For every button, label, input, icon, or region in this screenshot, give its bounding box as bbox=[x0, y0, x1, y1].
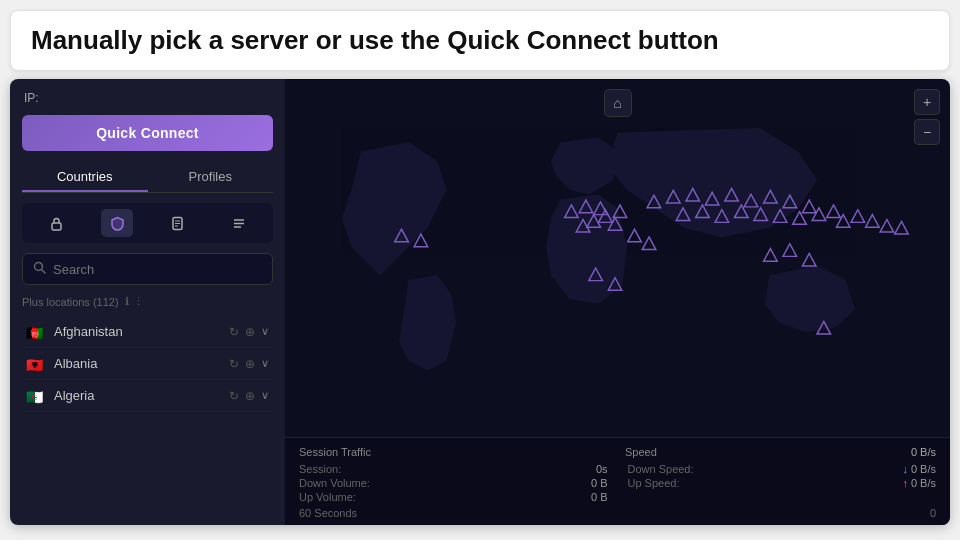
stat-label-down-volume: Down Volume: bbox=[299, 477, 370, 489]
country-actions-albania: ↻ ⊕ ∨ bbox=[229, 357, 269, 371]
stat-label-up-speed: Up Speed: bbox=[628, 477, 680, 489]
stat-val-up-speed: ↑ 0 B/s bbox=[902, 477, 936, 489]
speed-value: 0 B/s bbox=[911, 446, 936, 458]
svg-line-9 bbox=[42, 270, 46, 274]
seconds-label: 60 Seconds bbox=[299, 507, 357, 519]
country-actions-afghanistan: ↻ ⊕ ∨ bbox=[229, 325, 269, 339]
country-name-algeria: Algeria bbox=[54, 388, 229, 403]
refresh-icon-albania[interactable]: ↻ bbox=[229, 357, 239, 371]
stat-val-down-speed: ↓ 0 B/s bbox=[902, 463, 936, 475]
chevron-icon-algeria[interactable]: ∨ bbox=[261, 389, 269, 402]
info-icon[interactable]: ℹ bbox=[125, 295, 129, 308]
flag-algeria: 🇩🇿 bbox=[26, 389, 46, 403]
stats-grid: Session: 0s Down Speed: ↓ 0 B/s Down Vol… bbox=[299, 462, 936, 504]
flag-afghanistan: 🇦🇫 bbox=[26, 325, 46, 339]
stat-row-down-speed: Down Speed: ↓ 0 B/s bbox=[628, 462, 937, 476]
stat-val-down-volume: 0 B bbox=[591, 477, 608, 489]
tab-profiles[interactable]: Profiles bbox=[148, 163, 274, 192]
ip-label: IP: bbox=[24, 91, 39, 105]
svg-rect-0 bbox=[52, 223, 61, 230]
refresh-icon-afghanistan[interactable]: ↻ bbox=[229, 325, 239, 339]
tabs-container: Countries Profiles bbox=[22, 163, 273, 193]
plus-locations-label: Plus locations (112) bbox=[22, 296, 119, 308]
header-banner: Manually pick a server or use the Quick … bbox=[10, 10, 950, 71]
stat-label-session: Session: bbox=[299, 463, 341, 475]
filter-lock-icon[interactable] bbox=[40, 209, 72, 237]
world-map bbox=[285, 89, 950, 424]
quick-connect-button[interactable]: Quick Connect bbox=[22, 115, 273, 151]
filter-document-icon[interactable] bbox=[162, 209, 194, 237]
home-button[interactable]: ⌂ bbox=[604, 89, 632, 117]
zero-label: 0 bbox=[930, 507, 936, 519]
speed-label: Speed bbox=[625, 446, 657, 458]
stat-label-up-volume: Up Volume: bbox=[299, 491, 356, 503]
zoom-out-button[interactable]: − bbox=[914, 119, 940, 145]
chevron-icon-albania[interactable]: ∨ bbox=[261, 357, 269, 370]
stats-header: Session Traffic Speed 0 B/s bbox=[299, 446, 936, 458]
ip-row: IP: bbox=[22, 91, 273, 105]
stat-row-session: Session: 0s bbox=[299, 462, 608, 476]
stat-row-up-volume: Up Volume: 0 B bbox=[299, 490, 608, 504]
plus-locations-row: Plus locations (112) ℹ ⋮ bbox=[22, 293, 273, 310]
stats-panel: Session Traffic Speed 0 B/s Session: 0s … bbox=[285, 437, 950, 525]
filter-shield-icon[interactable] bbox=[101, 209, 133, 237]
country-actions-algeria: ↻ ⊕ ∨ bbox=[229, 389, 269, 403]
stat-row-down-volume: Down Volume: 0 B bbox=[299, 476, 608, 490]
tab-countries[interactable]: Countries bbox=[22, 163, 148, 192]
stat-val-session: 0s bbox=[596, 463, 608, 475]
flag-albania: 🇦🇱 bbox=[26, 357, 46, 371]
zoom-in-button[interactable]: + bbox=[914, 89, 940, 115]
stat-label-down-speed: Down Speed: bbox=[628, 463, 694, 475]
country-name-afghanistan: Afghanistan bbox=[54, 324, 229, 339]
search-box bbox=[22, 253, 273, 285]
country-item-algeria[interactable]: 🇩🇿 Algeria ↻ ⊕ ∨ bbox=[22, 380, 273, 412]
country-item-afghanistan[interactable]: 🇦🇫 Afghanistan ↻ ⊕ ∨ bbox=[22, 316, 273, 348]
globe-icon-albania[interactable]: ⊕ bbox=[245, 357, 255, 371]
main-container: IP: Quick Connect Countries Profiles bbox=[10, 79, 950, 525]
country-list: 🇦🇫 Afghanistan ↻ ⊕ ∨ 🇦🇱 Albania ↻ ⊕ ∨ bbox=[22, 316, 273, 525]
down-arrow-icon: ↓ bbox=[902, 463, 908, 475]
search-icon bbox=[33, 261, 46, 277]
home-icon: ⌂ bbox=[613, 95, 621, 111]
dots-icon[interactable]: ⋮ bbox=[133, 295, 144, 308]
country-item-albania[interactable]: 🇦🇱 Albania ↻ ⊕ ∨ bbox=[22, 348, 273, 380]
stat-row-up-speed: Up Speed: ↑ 0 B/s bbox=[628, 476, 937, 490]
right-panel: ⌂ + − Session Traffic Speed 0 B/s Sessio… bbox=[285, 79, 950, 525]
stat-val-up-volume: 0 B bbox=[591, 491, 608, 503]
filter-list-icon[interactable] bbox=[223, 209, 255, 237]
up-arrow-icon: ↑ bbox=[902, 477, 908, 489]
chevron-icon-afghanistan[interactable]: ∨ bbox=[261, 325, 269, 338]
search-input[interactable] bbox=[53, 262, 262, 277]
map-controls: + − bbox=[914, 89, 940, 145]
stats-title: Session Traffic bbox=[299, 446, 371, 458]
page-title: Manually pick a server or use the Quick … bbox=[31, 25, 929, 56]
country-name-albania: Albania bbox=[54, 356, 229, 371]
globe-icon-algeria[interactable]: ⊕ bbox=[245, 389, 255, 403]
filter-icons-row bbox=[22, 203, 273, 243]
left-panel: IP: Quick Connect Countries Profiles bbox=[10, 79, 285, 525]
refresh-icon-algeria[interactable]: ↻ bbox=[229, 389, 239, 403]
globe-icon-afghanistan[interactable]: ⊕ bbox=[245, 325, 255, 339]
